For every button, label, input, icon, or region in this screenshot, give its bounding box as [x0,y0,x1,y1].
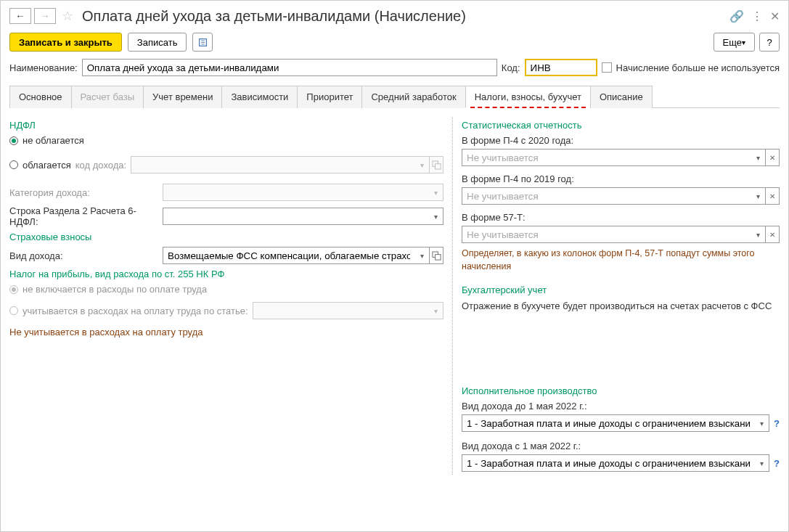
stats-head: Статистическая отчетность [462,120,780,131]
income-code-open-icon [429,156,443,173]
tab-base[interactable]: Расчет базы [71,86,144,108]
save-close-button[interactable]: Записать и закрыть [9,33,122,52]
tab-priority[interactable]: Приоритет [297,86,362,108]
income-code-label: код дохода: [75,160,126,171]
profit-note: Не учитывается в расходах на оплату труд… [9,327,443,337]
svg-rect-7 [435,254,440,259]
forward-button[interactable]: → [34,8,56,24]
ndfl-not-taxed-label: не облагается [23,135,84,146]
tab-tax[interactable]: Налоги, взносы, бухучет [465,86,591,108]
stats-hint: Определяет, в какую из колонок форм П-4,… [462,247,780,273]
exec-after-input[interactable] [462,454,755,472]
p4-2019-dropdown-icon[interactable]: ▾ [751,187,765,205]
tab-desc[interactable]: Описание [590,86,653,108]
category-label: Категория дохода: [9,187,158,198]
f57t-label: В форме 57-Т: [462,212,780,223]
line6-label: Строка Раздела 2 Расчета 6-НДФЛ: [9,205,158,227]
p4-2019-input[interactable] [462,187,751,205]
exec-before-help-icon[interactable]: ? [774,418,780,429]
insurance-kind-label: Вид дохода: [9,250,158,261]
tab-deps[interactable]: Зависимости [221,86,298,108]
exec-before-input[interactable] [462,414,755,432]
tab-time[interactable]: Учет времени [143,86,222,108]
exec-after-label: Вид дохода с 1 мая 2022 г.: [462,441,780,451]
exec-before-dropdown-icon[interactable]: ▾ [755,414,769,432]
f57t-input[interactable] [462,226,751,243]
p4-2020-dropdown-icon[interactable]: ▾ [751,149,765,166]
exec-head: Исполнительное производство [462,385,780,396]
exec-after-dropdown-icon[interactable]: ▾ [755,454,769,472]
name-label: Наименование: [9,62,78,73]
p4-2019-clear-icon[interactable]: ✕ [765,187,780,205]
not-used-checkbox[interactable] [602,62,612,73]
link-icon[interactable]: 🔗 [729,9,744,23]
profit-opt1-label: не включается в расходы по оплате труда [23,284,207,295]
ndfl-head: НДФЛ [9,120,443,131]
line6-input[interactable] [163,208,429,225]
exec-after-help-icon[interactable]: ? [774,458,780,469]
report-button[interactable] [192,33,213,52]
code-input[interactable] [525,59,597,76]
not-used-label: Начисление больше не используется [616,62,780,73]
profit-article-dropdown-icon: ▾ [429,302,443,319]
save-button[interactable]: Записать [128,33,187,52]
insurance-head: Страховые взносы [9,232,443,242]
window-title: Оплата дней ухода за детьми-инвалидами (… [79,8,727,25]
kebab-menu-icon[interactable]: ⋮ [751,9,763,23]
insurance-kind-input[interactable] [163,247,414,264]
p4-2019-label: В форме П-4 по 2019 год: [462,173,780,184]
tab-avg[interactable]: Средний заработок [361,86,465,108]
ndfl-taxed-radio[interactable] [9,160,18,169]
help-button[interactable]: ? [759,33,780,52]
profit-opt1-radio [9,285,18,294]
insurance-kind-open-icon[interactable] [429,247,443,264]
back-button[interactable]: ← [9,8,31,24]
profit-opt2-radio [9,306,18,315]
name-input[interactable] [82,59,497,76]
more-button[interactable]: Еще [714,33,755,52]
profit-article-input [253,302,429,319]
line6-dropdown-icon[interactable]: ▾ [429,208,443,225]
profit-opt2-label: учитывается в расходах на оплату труда п… [23,306,248,316]
p4-2020-clear-icon[interactable]: ✕ [765,149,780,166]
f57t-dropdown-icon[interactable]: ▾ [751,226,765,243]
profit-head: Налог на прибыль, вид расхода по ст. 255… [9,269,443,279]
code-label: Код: [502,62,520,73]
tab-main[interactable]: Основное [9,86,72,108]
f57t-clear-icon[interactable]: ✕ [765,226,780,243]
ndfl-not-taxed-radio[interactable] [9,136,18,145]
income-code-dropdown-icon: ▾ [414,156,429,173]
accounting-text: Отражение в бухучете будет производиться… [462,300,780,313]
svg-rect-5 [435,163,440,168]
p4-2020-input[interactable] [462,149,751,166]
favorite-star-icon[interactable]: ☆ [62,8,73,24]
ndfl-taxed-label: облагается [23,160,71,171]
close-icon[interactable]: ✕ [770,9,780,23]
accounting-head: Бухгалтерский учет [462,285,780,295]
p4-2020-label: В форме П-4 с 2020 года: [462,135,780,146]
income-code-input [131,156,414,173]
insurance-kind-dropdown-icon[interactable]: ▾ [414,247,429,264]
category-dropdown-icon: ▾ [429,184,443,201]
exec-before-label: Вид дохода до 1 мая 2022 г.: [462,401,780,412]
category-input [163,184,429,201]
